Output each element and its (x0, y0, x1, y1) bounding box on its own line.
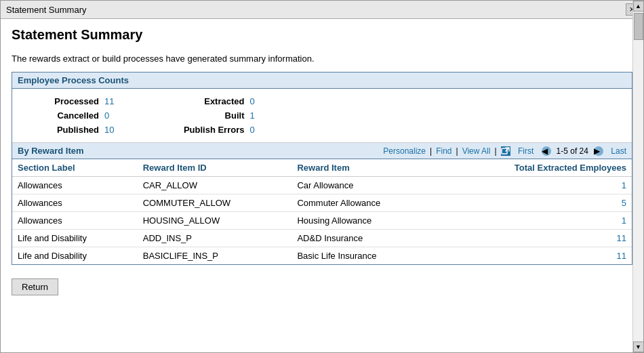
extracted-label: Extracted (168, 94, 249, 108)
counts-row-processed: Processed 11 (23, 94, 114, 108)
table-row: Allowances HOUSING_ALLOW Housing Allowan… (12, 212, 632, 230)
table-row: Allowances COMMUTER_ALLOW Commuter Allow… (12, 194, 632, 212)
cell-section-label: Allowances (12, 177, 138, 194)
reward-item-controls: Personalize | Find | View All | First (383, 146, 626, 156)
published-label: Published (23, 123, 104, 137)
counts-inner: Processed 11 Cancelled 0 Published 10 (23, 94, 621, 137)
cell-reward-item-id: COMMUTER_ALLOW (138, 194, 292, 212)
employee-process-counts-header: Employee Process Counts (12, 72, 632, 89)
cell-total: 5 (439, 194, 632, 212)
sep2: | (456, 146, 458, 156)
built-value: 1 (249, 108, 254, 123)
scroll-thumb[interactable] (634, 13, 643, 40)
main-window: Statement Summary × Statement Summary Th… (0, 0, 644, 353)
description-text: The rewards extract or build processes h… (12, 54, 632, 64)
cell-reward-item: Commuter Allowance (291, 194, 439, 212)
table-row: Allowances CAR_ALLOW Car Allowance 1 (12, 177, 632, 194)
window-title: Statement Summary (6, 5, 87, 15)
cell-reward-item-id: ADD_INS_P (138, 230, 292, 247)
built-label: Built (168, 108, 249, 123)
find-link[interactable]: Find (436, 146, 451, 156)
cell-total: 11 (439, 230, 632, 247)
main-content: Statement Summary The rewards extract or… (1, 19, 643, 351)
table-row: Life and Disability ADD_INS_P AD&D Insur… (12, 230, 632, 247)
cell-section-label: Allowances (12, 212, 138, 230)
table-row: Life and Disability BASICLIFE_INS_P Basi… (12, 247, 632, 265)
cell-section-label: Life and Disability (12, 230, 138, 247)
cell-reward-item: AD&D Insurance (291, 230, 439, 247)
cancelled-label: Cancelled (23, 108, 104, 123)
publish-errors-label: Publish Errors (168, 123, 249, 137)
scroll-up-arrow[interactable]: ▲ (633, 1, 644, 12)
counts-row-cancelled: Cancelled 0 (23, 108, 114, 123)
reward-item-header-title: By Reward Item (18, 146, 84, 156)
cell-total: 1 (439, 212, 632, 230)
published-value: 10 (104, 123, 114, 137)
counts-row-extracted: Extracted 0 (168, 94, 254, 108)
counts-table: Processed 11 Cancelled 0 Published 10 (12, 89, 632, 143)
cancelled-value: 0 (104, 108, 114, 123)
table-header-row: Section Label Reward Item ID Reward Item… (12, 159, 632, 177)
sep1: | (430, 146, 432, 156)
processed-value: 11 (104, 94, 114, 108)
pagination-text: 1-5 of 24 (557, 146, 588, 156)
reward-item-table: Section Label Reward Item ID Reward Item… (12, 159, 632, 264)
scrollbar: ▲ ▼ (632, 1, 643, 352)
view-all-link[interactable]: View All (462, 146, 491, 156)
sep3: | (494, 146, 496, 156)
last-link[interactable]: Last (611, 146, 626, 156)
cell-reward-item: Housing Allowance (291, 212, 439, 230)
counts-right-col: Extracted 0 Built 1 Publish Errors 0 (168, 94, 254, 137)
extracted-value: 0 (249, 94, 254, 108)
page-title: Statement Summary (12, 27, 632, 43)
personalize-link[interactable]: Personalize (383, 146, 426, 156)
cell-total: 1 (439, 177, 632, 194)
counts-row-built: Built 1 (168, 108, 254, 123)
col-section-label: Section Label (12, 159, 138, 177)
publish-errors-value: 0 (249, 123, 254, 137)
cell-section-label: Life and Disability (12, 247, 138, 265)
cell-reward-item: Car Allowance (291, 177, 439, 194)
title-bar: Statement Summary × (1, 1, 643, 19)
col-reward-item-id: Reward Item ID (138, 159, 292, 177)
cell-reward-item-id: HOUSING_ALLOW (138, 212, 292, 230)
cell-reward-item-id: BASICLIFE_INS_P (138, 247, 292, 265)
prev-page-icon[interactable]: ◀ (542, 146, 551, 156)
next-page-icon[interactable]: ▶ (594, 146, 603, 156)
return-button[interactable]: Return (12, 278, 58, 295)
counts-left-col: Processed 11 Cancelled 0 Published 10 (23, 94, 114, 137)
processed-label: Processed (23, 94, 104, 108)
cell-total: 11 (439, 247, 632, 265)
scroll-down-arrow[interactable]: ▼ (633, 341, 644, 352)
employee-process-counts-section: Employee Process Counts Processed 11 Can… (12, 72, 632, 265)
cell-reward-item: Basic Life Insurance (291, 247, 439, 265)
counts-row-publish-errors: Publish Errors 0 (168, 123, 254, 137)
col-total-extracted: Total Extracted Employees (439, 159, 632, 177)
counts-row-published: Published 10 (23, 123, 114, 137)
reward-item-header-bar: By Reward Item Personalize | Find | View… (12, 143, 632, 159)
cell-reward-item-id: CAR_ALLOW (138, 177, 292, 194)
cell-section-label: Allowances (12, 194, 138, 212)
first-link[interactable]: First (518, 146, 534, 156)
external-link-icon[interactable] (501, 146, 510, 156)
col-reward-item: Reward Item (291, 159, 439, 177)
